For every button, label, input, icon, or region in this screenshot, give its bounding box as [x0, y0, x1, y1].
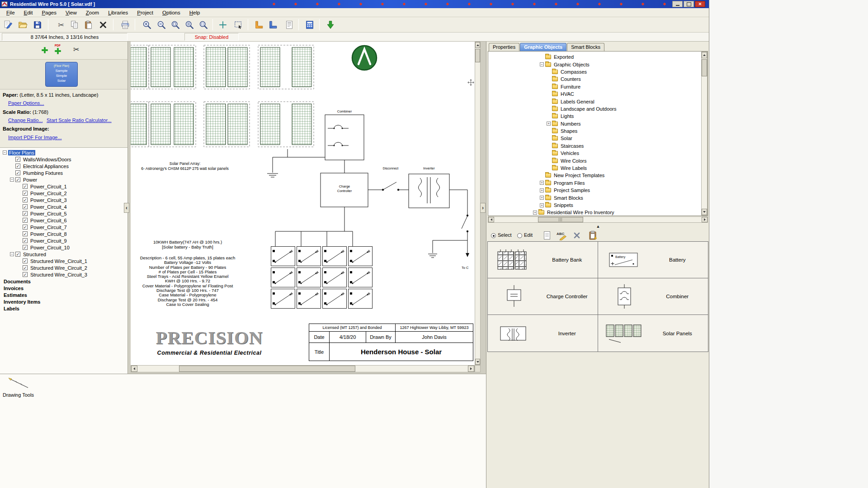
tree-item-project-samples[interactable]: +Project Samples — [488, 187, 708, 194]
checkbox[interactable]: ✓ — [23, 204, 28, 209]
expander-minus-icon[interactable]: − — [10, 252, 14, 256]
zoom-extents-icon[interactable] — [184, 19, 195, 31]
tree-item-staircases[interactable]: Staircases — [488, 142, 708, 150]
zoom-selection-icon[interactable] — [198, 19, 209, 31]
tree-item-documents[interactable]: Documents — [0, 278, 127, 285]
print-icon[interactable] — [119, 19, 131, 31]
view-notes-icon[interactable] — [283, 19, 295, 31]
checkbox[interactable]: ✓ — [23, 265, 28, 270]
expander-plus-icon[interactable]: + — [540, 196, 544, 200]
tree-item-compasses[interactable]: Compasses — [488, 68, 708, 75]
paste-icon[interactable] — [83, 19, 94, 31]
tree-item-smart-blocks[interactable]: +Smart Blocks — [488, 194, 708, 201]
menu-project[interactable]: Project — [132, 9, 158, 16]
tree-item-structured-wire-circuit-3[interactable]: ✓Structured Wire_Circuit_3 — [0, 271, 127, 278]
delete-block-button[interactable] — [571, 230, 582, 240]
library-vertical-scrollbar[interactable] — [701, 52, 708, 216]
schematic-svg[interactable]: Combiner Solar Panel Array: 6- Astronerg… — [131, 42, 475, 365]
expander-minus-icon[interactable]: − — [3, 150, 7, 155]
tree-item-inventory-items[interactable]: Inventory Items — [0, 298, 127, 305]
tree-item-power-circuit-9[interactable]: ✓Power_Circuit_9 — [0, 237, 127, 244]
charge-controller-label-line1[interactable]: Charge — [339, 184, 350, 188]
tree-item-shapes[interactable]: Shapes — [488, 127, 708, 135]
tree-item-landscape-and-outdoors[interactable]: Landscape and Outdoors — [488, 105, 708, 113]
checkbox[interactable]: ✓ — [15, 164, 20, 169]
copy-icon[interactable] — [69, 19, 80, 31]
expander-plus-icon[interactable]: + — [540, 203, 544, 207]
ruler-corner-orange-icon[interactable] — [253, 19, 265, 31]
battery-spec-text[interactable]: Description - 6 cell, 55 Amp plates, 15 … — [134, 256, 241, 307]
to-label[interactable]: To C — [462, 266, 469, 270]
menu-help[interactable]: Help — [185, 9, 205, 16]
tree-item-power-circuit-8[interactable]: ✓Power_Circuit_8 — [0, 230, 127, 237]
charge-controller-label-line2[interactable]: Controller — [337, 189, 352, 193]
tree-item-power-circuit-10[interactable]: ✓Power_Circuit_10 — [0, 244, 127, 251]
calculator-icon[interactable] — [304, 19, 316, 31]
tree-item-program-files[interactable]: +Program Files — [488, 179, 708, 187]
solar-array-label-line1[interactable]: Solar Panel Array: — [170, 161, 201, 166]
expander-minus-icon[interactable]: − — [10, 178, 14, 182]
zoom-in-icon[interactable] — [141, 19, 153, 31]
tree-item-structured[interactable]: −✓Structured — [0, 251, 127, 258]
tree-item-power-circuit-6[interactable]: ✓Power_Circuit_6 — [0, 217, 127, 224]
tree-item-floor-plans[interactable]: −Floor Plans — [0, 149, 127, 156]
block-charge-controller[interactable]: Charge Controller — [488, 278, 598, 315]
line-tool-icon[interactable] — [7, 377, 31, 390]
precision-logo[interactable]: PRECISION Commercial & Residential Elect… — [143, 328, 275, 356]
tree-item-structured-wire-circuit-2[interactable]: ✓Structured Wire_Circuit_2 — [0, 264, 127, 271]
scroll-left-button[interactable] — [131, 366, 137, 372]
select-radio[interactable] — [491, 233, 496, 238]
tree-item-power-circuit-1[interactable]: ✓Power_Circuit_1 — [0, 183, 127, 190]
horizontal-scroll-thumb[interactable] — [179, 366, 355, 372]
checkbox[interactable]: ✓ — [23, 258, 28, 263]
solar-array-label-line2[interactable]: 6- Astronergy's CHSM 6612P 275 watt sola… — [141, 166, 228, 171]
tree-item-wire-labels[interactable]: Wire Labels — [488, 164, 708, 172]
vertical-scroll-thumb[interactable] — [475, 49, 480, 62]
checkbox[interactable]: ✓ — [23, 245, 28, 250]
checkbox[interactable]: ✓ — [23, 184, 28, 189]
checkbox[interactable]: ✓ — [15, 177, 20, 182]
tree-item-power-circuit-3[interactable]: ✓Power_Circuit_3 — [0, 197, 127, 203]
checkbox[interactable]: ✓ — [23, 238, 28, 243]
solar-panel-array[interactable] — [131, 45, 314, 147]
scroll-down-button[interactable] — [475, 359, 480, 365]
open-file-icon[interactable] — [17, 19, 28, 31]
tree-item-power-circuit-7[interactable]: ✓Power_Circuit_7 — [0, 224, 127, 230]
ruler-corner-blue-icon[interactable] — [267, 19, 279, 31]
cut-page-button[interactable]: ✂ — [73, 45, 79, 54]
block-combiner[interactable]: Combiner — [598, 278, 708, 315]
tree-item-labels-general[interactable]: Labels General — [488, 98, 708, 105]
copy-block-button[interactable] — [588, 230, 599, 240]
checkbox[interactable]: ✓ — [23, 218, 28, 223]
checkbox[interactable]: ✓ — [23, 231, 28, 236]
tree-item-exported[interactable]: Exported — [488, 53, 708, 61]
battery-bank-symbol[interactable] — [271, 247, 373, 309]
tree-item-graphic-objects[interactable]: −Graphic Objects — [488, 61, 708, 68]
close-button[interactable] — [695, 1, 705, 7]
block-battery[interactable]: Battery Battery — [598, 242, 708, 278]
astronergy-logo-icon[interactable] — [352, 46, 377, 70]
tree-item-power-circuit-5[interactable]: ✓Power_Circuit_5 — [0, 210, 127, 217]
block-solar-panels[interactable]: Solar Panels — [598, 315, 708, 352]
combiner-label[interactable]: Combiner — [337, 109, 352, 113]
tree-item-new-project-templates[interactable]: New Project Templates — [488, 172, 708, 179]
zoom-page-icon[interactable] — [170, 19, 181, 31]
tree-item-plumbing-fixtures[interactable]: ✓Plumbing Fixtures — [0, 169, 127, 176]
scroll-down-button[interactable] — [702, 209, 707, 215]
checkbox[interactable]: ✓ — [23, 197, 28, 202]
save-file-icon[interactable] — [32, 19, 43, 31]
vertical-scroll-thumb[interactable] — [702, 59, 707, 76]
scroll-right-button[interactable] — [702, 217, 708, 222]
tree-item-numbers[interactable]: +Numbers — [488, 120, 708, 127]
collapse-right-panel-button[interactable]: › — [480, 203, 486, 213]
tree-item-snippets[interactable]: +Snippets — [488, 202, 708, 209]
add-item-icon[interactable] — [217, 19, 229, 31]
canvas-text-line[interactable]: 10KWH Battery(747 AH @ 100 hrs.) — [134, 239, 241, 244]
library-horizontal-scrollbar[interactable] — [488, 216, 708, 223]
inverter-label[interactable]: Inverter — [423, 166, 435, 170]
paper-options-link[interactable]: Paper Options... — [8, 100, 44, 106]
checkbox[interactable]: ✓ — [15, 170, 20, 175]
new-block-button[interactable] — [542, 230, 552, 240]
title-bar[interactable]: Residential Wire Pro 5.0 [ Solar.vdf ] — [0, 0, 709, 8]
tree-item-vehicles[interactable]: Vehicles — [488, 150, 708, 157]
